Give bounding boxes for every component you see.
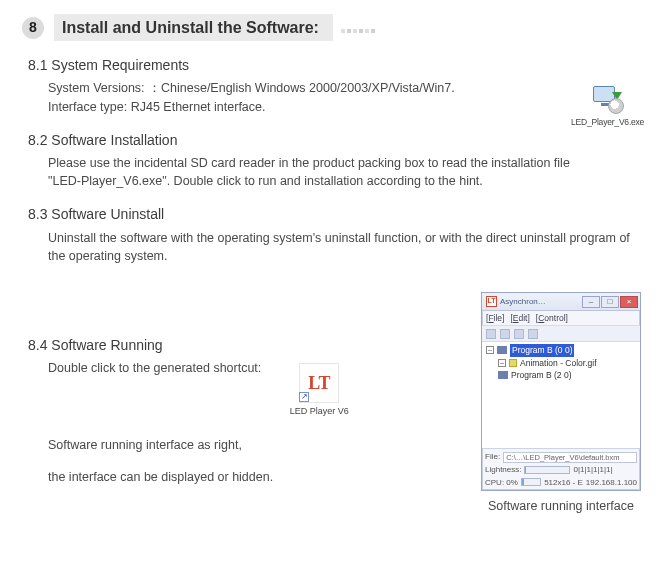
shortcut-overlay-arrow-icon: ↗ — [299, 392, 309, 402]
subsection-title: 8.4 Software Running — [28, 335, 458, 355]
menu-edit[interactable]: [Edit] — [510, 312, 529, 324]
toolbar-icon[interactable] — [486, 329, 496, 339]
status-lightness-row: Lightness: 0|1|1|1|1|1| — [485, 464, 637, 476]
body-text: the interface can be displayed or hidden… — [48, 468, 448, 486]
status-lightness-scale: 0|1|1|1|1|1| — [573, 464, 612, 476]
maximize-button[interactable]: □ — [601, 296, 619, 308]
figure-caption: Software running interface — [481, 497, 641, 515]
app-menubar: [File] [Edit] [Control] — [482, 311, 640, 326]
installer-icon — [590, 86, 624, 114]
section-number-badge: 8 — [22, 17, 44, 39]
body-text: Interface type: RJ45 Ethernet interface. — [48, 98, 631, 116]
tree-row-root[interactable]: – Program B (0 0) — [486, 344, 638, 356]
tree-row-item[interactable]: – Animation - Color.gif — [486, 357, 638, 369]
toolbar-icon[interactable] — [528, 329, 538, 339]
subsection-title: 8.3 Software Uninstall — [28, 204, 641, 224]
section-8-4: 8.4 Software Running Double click to the… — [28, 335, 458, 487]
program-node-icon — [498, 371, 508, 379]
subsection-title: 8.2 Software Installation — [28, 130, 641, 150]
status-file-row: File: C:\…\LED_Player_V6\default.bxm — [485, 451, 637, 463]
lightness-bar — [524, 466, 570, 474]
menu-control[interactable]: [Control] — [536, 312, 568, 324]
body-text: Double click to the generated shortcut: — [48, 359, 261, 377]
body-text: System Versions: ：Chinese/English Window… — [48, 79, 631, 97]
body-text: Uninstall the software with the operatin… — [48, 229, 631, 265]
animation-file-icon — [509, 359, 517, 367]
decorative-dots — [341, 29, 375, 33]
status-lightness-label: Lightness: — [485, 464, 521, 476]
section-header: 8 Install and Uninstall the Software: — [22, 14, 641, 41]
app-window: LT Asynchron… – □ × [File] [Edit] [Contr… — [481, 292, 641, 491]
tree-expand-icon[interactable]: – — [498, 359, 506, 367]
shortcut-icon: LT ↗ LED Player V6 — [285, 359, 353, 418]
status-cpu-row: CPU: 0% 512x16 - E 192.168.1.100 — [485, 477, 637, 489]
section-title-wrap: Install and Uninstall the Software: — [54, 14, 375, 41]
tree-row-item[interactable]: Program B (2 0) — [486, 369, 638, 381]
tree-expand-icon[interactable]: – — [486, 346, 494, 354]
shortcut-label: LED Player V6 — [285, 405, 353, 418]
tree-node-label: Animation - Color.gif — [520, 357, 597, 369]
close-button[interactable]: × — [620, 296, 638, 308]
app-titlebar: LT Asynchron… – □ × — [482, 293, 640, 311]
program-tree: – Program B (0 0) – Animation - Color.gi… — [482, 342, 640, 448]
body-text: Please use the incidental SD card reader… — [48, 154, 600, 190]
app-logo-icon: LT — [486, 296, 497, 307]
tree-node-label: Program B (2 0) — [511, 369, 571, 381]
program-node-icon — [497, 346, 507, 354]
tree-node-selected: Program B (0 0) — [510, 344, 574, 356]
cpu-bar — [521, 478, 541, 486]
running-description: Software running interface as right, the… — [28, 436, 458, 486]
disc-icon — [608, 98, 624, 114]
shortcut-row: Double click to the generated shortcut: … — [28, 359, 458, 418]
toolbar-icon[interactable] — [500, 329, 510, 339]
app-statusbar: File: C:\…\LED_Player_V6\default.bxm Lig… — [482, 448, 640, 490]
app-window-title: Asynchron… — [500, 296, 581, 308]
toolbar-icon[interactable] — [514, 329, 524, 339]
section-8-1: 8.1 System Requirements System Versions:… — [28, 55, 641, 116]
app-screenshot-column: LT Asynchron… – □ × [File] [Edit] [Contr… — [481, 292, 641, 515]
status-file-label: File: — [485, 451, 500, 463]
subsection-title: 8.1 System Requirements — [28, 55, 641, 75]
status-file-path: C:\…\LED_Player_V6\default.bxm — [503, 452, 637, 463]
body-text: Software running interface as right, — [48, 436, 448, 454]
menu-file[interactable]: [File] — [486, 312, 504, 324]
status-size: 512x16 - E — [544, 477, 583, 489]
section-title: Install and Uninstall the Software: — [54, 14, 333, 41]
installer-file: LED_Player_V6.exe — [571, 86, 643, 128]
section-8-3: 8.3 Software Uninstall Uninstall the sof… — [28, 204, 641, 265]
minimize-button[interactable]: – — [582, 296, 600, 308]
installer-label: LED_Player_V6.exe — [571, 116, 643, 128]
status-cpu-label: CPU: 0% — [485, 477, 518, 489]
section-8-2: 8.2 Software Installation Please use the… — [28, 130, 641, 191]
app-toolbar — [482, 326, 640, 342]
status-ip: 192.168.1.100 — [586, 477, 637, 489]
